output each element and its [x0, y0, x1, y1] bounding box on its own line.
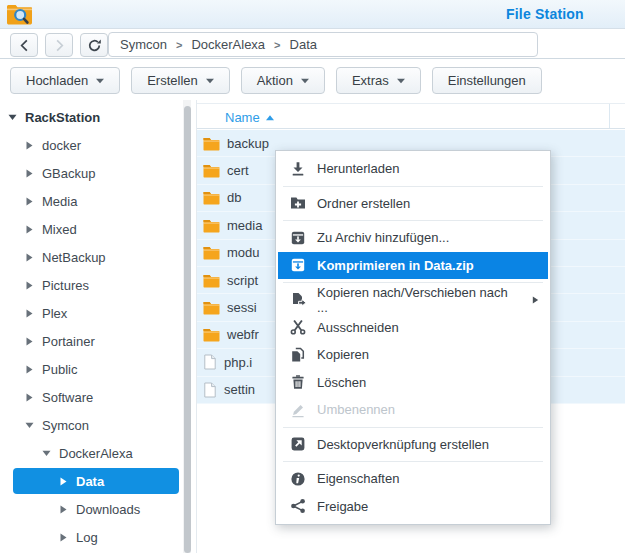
file-name: db [227, 190, 241, 205]
sidebar-item-gbackup[interactable]: GBackup [0, 159, 182, 187]
breadcrumb-segment-data[interactable]: Data [290, 37, 317, 52]
menu-item-label: Zu Archiv hinzufügen... [317, 230, 449, 245]
toolbar-button-extras[interactable]: Extras [336, 67, 421, 94]
sidebar-item-label: Software [42, 390, 93, 405]
back-button[interactable] [10, 33, 38, 57]
sidebar-item-software[interactable]: Software [0, 383, 182, 411]
toolbar: HochladenErstellenAktionExtrasEinstellun… [0, 60, 625, 100]
copy-icon [290, 347, 306, 363]
tree-collapsed-icon[interactable] [25, 337, 34, 346]
tree-collapsed-icon[interactable] [25, 365, 34, 374]
sidebar-item-label: Portainer [42, 334, 95, 349]
caret-down-icon [301, 78, 309, 84]
menu-item-kopieren[interactable]: Kopieren [278, 341, 548, 369]
sidebar-item-docker[interactable]: docker [0, 131, 182, 159]
toolbar-button-einstellungen[interactable]: Einstellungen [432, 67, 542, 94]
sidebar-item-mixed[interactable]: Mixed [0, 215, 182, 243]
tree-collapsed-icon[interactable] [25, 309, 34, 318]
sidebar-scrollbar[interactable] [183, 100, 191, 553]
caret-down-icon [397, 78, 405, 84]
info-icon [290, 471, 306, 487]
sidebar-item-label: docker [42, 138, 81, 153]
menu-item-label: Kopieren nach/Verschieben nach ... [317, 285, 521, 315]
file-name: modu [227, 245, 260, 260]
menu-item-herunterladen[interactable]: Herunterladen [278, 155, 548, 183]
tree-collapsed-icon[interactable] [25, 141, 34, 150]
breadcrumb-segment-symcon[interactable]: Symcon [120, 37, 167, 52]
menu-item-ordner-erstellen[interactable]: Ordner erstellen [278, 190, 548, 218]
folder-tree: RackStationdockerGBackupMediaMixedNetBac… [0, 103, 182, 551]
sidebar-item-label: RackStation [25, 110, 100, 125]
menu-item-komprimieren-in-data.zip[interactable]: Komprimieren in Data.zip [278, 252, 548, 280]
tree-collapsed-icon[interactable] [25, 169, 34, 178]
breadcrumb-separator: > [176, 39, 182, 51]
toolbar-button-aktion[interactable]: Aktion [241, 67, 325, 94]
menu-item-eigenschaften[interactable]: Eigenschaften [278, 465, 548, 493]
menu-item-kopieren-nach-verschieben-nach-...[interactable]: Kopieren nach/Verschieben nach ... [278, 286, 548, 314]
tree-expanded-icon[interactable] [8, 114, 17, 121]
caret-down-icon [96, 78, 104, 84]
tree-collapsed-icon[interactable] [59, 533, 68, 542]
tree-collapsed-icon[interactable] [59, 505, 68, 514]
folder-icon [203, 136, 220, 151]
sidebar-item-plex[interactable]: Plex [0, 299, 182, 327]
sidebar-item-label: NetBackup [42, 250, 106, 265]
archive-icon [290, 257, 306, 273]
share-icon [290, 498, 306, 514]
tree-expanded-icon[interactable] [42, 450, 51, 457]
tree-collapsed-icon[interactable] [59, 477, 68, 486]
sidebar-item-pictures[interactable]: Pictures [0, 271, 182, 299]
toolbar-button-erstellen[interactable]: Erstellen [131, 67, 230, 94]
tree-collapsed-icon[interactable] [25, 253, 34, 262]
menu-item-label: Umbenennen [317, 402, 395, 417]
sidebar-item-label: Symcon [42, 418, 89, 433]
file-icon [203, 382, 217, 398]
sidebar-item-dockeralexa[interactable]: DockerAlexa [0, 439, 182, 467]
sidebar-item-rackstation[interactable]: RackStation [0, 103, 182, 131]
copy-move-icon [290, 292, 306, 308]
sidebar-item-media[interactable]: Media [0, 187, 182, 215]
menu-separator [283, 220, 543, 221]
file-name: webfr [227, 327, 259, 342]
menu-item-label: Eigenschaften [317, 471, 399, 486]
column-header-name[interactable]: Name [197, 103, 625, 129]
menu-item-umbenennen: Umbenennen [278, 396, 548, 424]
sidebar-item-netbackup[interactable]: NetBackup [0, 243, 182, 271]
sidebar-item-symcon[interactable]: Symcon [0, 411, 182, 439]
title-bar: File Station [0, 0, 625, 29]
sidebar-item-portainer[interactable]: Portainer [0, 327, 182, 355]
submenu-arrow-icon [532, 296, 539, 304]
column-divider[interactable] [609, 104, 610, 128]
menu-item-desktopverknüpfung-erstellen[interactable]: Desktopverknüpfung erstellen [278, 431, 548, 459]
sidebar-item-data[interactable]: Data [13, 468, 179, 494]
refresh-button[interactable] [80, 33, 108, 57]
breadcrumb-segment-dockeralexa[interactable]: DockerAlexa [191, 37, 265, 52]
folder-icon [203, 300, 220, 315]
tree-collapsed-icon[interactable] [25, 393, 34, 402]
tree-collapsed-icon[interactable] [25, 225, 34, 234]
file-name: settin [224, 382, 255, 397]
sidebar-item-public[interactable]: Public [0, 355, 182, 383]
tree-expanded-icon[interactable] [25, 422, 34, 429]
pencil-icon [290, 402, 306, 418]
folder-icon [203, 190, 220, 205]
tree-collapsed-icon[interactable] [25, 197, 34, 206]
menu-item-ausschneiden[interactable]: Ausschneiden [278, 314, 548, 342]
menu-item-label: Herunterladen [317, 161, 399, 176]
scrollbar-thumb[interactable] [184, 106, 191, 553]
menu-item-freigabe[interactable]: Freigabe [278, 493, 548, 521]
sidebar-item-label: Log [76, 530, 98, 545]
file-name: media [227, 218, 262, 233]
sidebar-item-label: Media [42, 194, 77, 209]
folder-icon [203, 163, 220, 178]
folder-icon [203, 245, 220, 260]
sidebar-item-downloads[interactable]: Downloads [0, 495, 182, 523]
sidebar-item-label: Plex [42, 306, 67, 321]
menu-item-löschen[interactable]: Löschen [278, 369, 548, 397]
tree-collapsed-icon[interactable] [25, 281, 34, 290]
menu-item-zu-archiv-hinzufügen...[interactable]: Zu Archiv hinzufügen... [278, 224, 548, 252]
download-icon [290, 161, 306, 177]
sidebar-item-log[interactable]: Log [0, 523, 182, 551]
toolbar-button-hochladen[interactable]: Hochladen [10, 67, 120, 94]
folder-plus-icon [290, 195, 306, 211]
